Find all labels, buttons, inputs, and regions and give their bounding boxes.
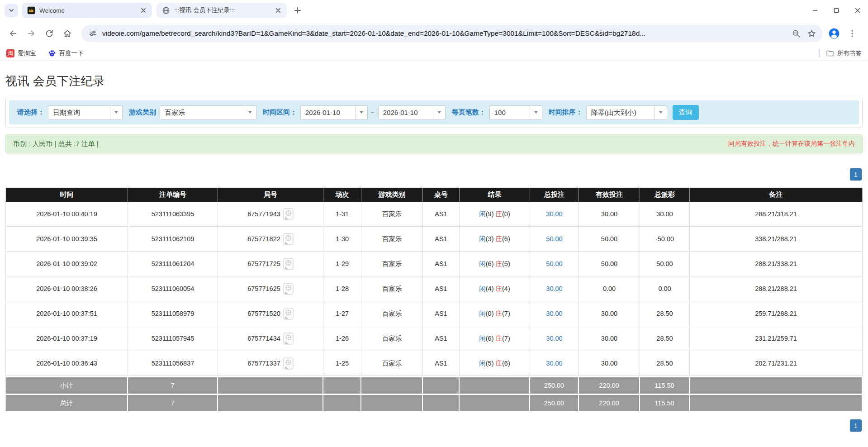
- date-range-label: 时间区间：: [263, 108, 297, 117]
- tab-welcome[interactable]: Welcome: [22, 3, 152, 18]
- chevron-down-icon[interactable]: [433, 106, 445, 119]
- address-bar[interactable]: videoie.com/game/betrecord_search/kind3?…: [81, 25, 823, 42]
- refresh-button[interactable]: [42, 26, 57, 41]
- total-payout: 30.00: [640, 202, 690, 227]
- page-title: 视讯 会员下注纪录: [5, 73, 868, 89]
- table-number: AS1: [423, 202, 460, 227]
- summary-row: 小计 7 250.00 220.00 115.50: [6, 376, 863, 394]
- result-cell: 闲(0) 庄(7): [460, 301, 530, 326]
- total-payout: 28.50: [640, 326, 690, 351]
- forward-button[interactable]: [24, 26, 39, 41]
- close-icon[interactable]: [847, 0, 868, 21]
- sort-select[interactable]: 降幂(由大到小): [586, 105, 667, 120]
- select-mode-label: 请选择：: [17, 108, 44, 117]
- bookmarks-bar: 淘 爱淘宝 du 百度一下 所有书签: [0, 46, 868, 61]
- round-number: 675771943: [247, 210, 280, 218]
- balance-note: 338.21/288.21: [690, 227, 863, 252]
- bet-id: 523111057945: [128, 326, 218, 351]
- table-header-row: 时间注单编号局号场次游戏类别桌号结果总投注有效投注总派彩备注: [6, 188, 863, 202]
- zoom-out-icon[interactable]: [791, 29, 801, 38]
- player-result: 闲: [479, 260, 486, 267]
- svg-text:du: du: [51, 53, 53, 56]
- page-1-button[interactable]: 1: [850, 168, 862, 181]
- table-row: 2026-01-10 00:39:35 523111062109 6757718…: [6, 227, 863, 252]
- round-cell: 675771725: [218, 252, 323, 276]
- site-settings-icon[interactable]: [88, 29, 98, 38]
- date-start-input[interactable]: 2026-01-10: [300, 105, 368, 120]
- bet-id: 523111060054: [128, 276, 218, 301]
- menu-kebab-icon[interactable]: [844, 26, 860, 41]
- date-end-input[interactable]: 2026-01-10: [378, 105, 446, 120]
- total-bet-link[interactable]: 50.00: [546, 235, 562, 243]
- round-number: 675771337: [247, 360, 280, 367]
- total-payout: 28.50: [640, 351, 690, 376]
- page-size-select[interactable]: 100: [489, 105, 542, 120]
- player-result: 闲: [479, 335, 486, 342]
- page-content: 视讯 会员下注纪录 请选择： 日期查询 游戏类别 百家乐 时间区间： 2026-…: [0, 73, 868, 432]
- video-replay-icon[interactable]: [283, 283, 294, 295]
- video-replay-icon[interactable]: [283, 233, 294, 245]
- game-kind: 百家乐: [361, 227, 423, 252]
- table-number: AS1: [423, 301, 460, 326]
- video-replay-icon[interactable]: [283, 333, 294, 345]
- search-button[interactable]: 查询: [673, 105, 699, 120]
- game-kind-select[interactable]: 百家乐: [160, 105, 256, 120]
- new-tab-button[interactable]: [291, 4, 304, 17]
- all-bookmarks-button[interactable]: 所有书签: [826, 49, 862, 57]
- page-1-button[interactable]: 1: [850, 419, 862, 432]
- table-header-cell: 总派彩: [640, 188, 690, 202]
- minimize-icon[interactable]: [804, 0, 825, 21]
- tab-close-icon[interactable]: [274, 6, 282, 14]
- table-row: 2026-01-10 00:40:19 523111063395 6757719…: [6, 202, 863, 227]
- video-replay-icon[interactable]: [283, 308, 294, 320]
- total-bet-link[interactable]: 30.00: [546, 360, 562, 367]
- game-kind: 百家乐: [361, 202, 423, 227]
- banker-result: 庄: [496, 235, 503, 243]
- tab-strip: Welcome :::视讯 会员下注纪录:::: [0, 0, 868, 21]
- home-button[interactable]: [60, 26, 75, 41]
- chevron-down-icon[interactable]: [530, 106, 542, 119]
- player-result: 闲: [479, 310, 486, 317]
- video-replay-icon[interactable]: [283, 208, 294, 220]
- chevron-down-icon[interactable]: [655, 106, 667, 119]
- chevron-down-icon[interactable]: [244, 106, 256, 119]
- total-bet-link[interactable]: 30.00: [546, 335, 562, 342]
- balance-note: 231.21/259.71: [690, 326, 863, 351]
- query-mode-select[interactable]: 日期查询: [48, 105, 123, 120]
- summary-valid-bet: 220.00: [579, 394, 640, 411]
- table-header-cell: 游戏类别: [361, 188, 423, 202]
- back-button[interactable]: [5, 26, 21, 41]
- session-number: 1-30: [323, 227, 361, 252]
- chevron-down-icon[interactable]: [110, 106, 122, 119]
- bookmark-baidu[interactable]: du 百度一下: [48, 49, 84, 57]
- total-bet-link[interactable]: 30.00: [546, 210, 562, 218]
- baidu-paw-icon: du: [48, 49, 56, 57]
- window-controls: [804, 0, 868, 21]
- table-row: 2026-01-10 00:37:51 523111058979 6757715…: [6, 301, 863, 326]
- video-replay-icon[interactable]: [283, 357, 294, 370]
- maximize-icon[interactable]: [825, 0, 847, 21]
- round-cell: 675771337: [218, 351, 323, 376]
- session-number: 1-25: [323, 351, 361, 376]
- bet-time: 2026-01-10 00:38:26: [6, 276, 128, 301]
- bookmark-star-icon[interactable]: [806, 29, 816, 38]
- bookmark-taobao[interactable]: 淘 爱淘宝: [6, 49, 36, 57]
- banker-result: 庄: [496, 210, 503, 218]
- summary-bar: 币别 : 人民币 | 总共 :7 注单 | 同局有效投注，统一计算在该局第一张注…: [5, 134, 863, 153]
- summary-label: 小计: [6, 376, 128, 394]
- video-replay-icon[interactable]: [283, 258, 294, 270]
- url-text[interactable]: videoie.com/game/betrecord_search/kind3?…: [102, 29, 786, 38]
- total-bet-link[interactable]: 30.00: [546, 310, 562, 317]
- bet-id: 523111056837: [128, 351, 218, 376]
- total-bet-link[interactable]: 30.00: [546, 285, 562, 292]
- total-bet-link[interactable]: 50.00: [546, 260, 562, 267]
- profile-avatar[interactable]: [826, 26, 842, 41]
- tab-close-icon[interactable]: [139, 6, 147, 14]
- chevron-down-icon[interactable]: [355, 106, 367, 119]
- tab-search-button[interactable]: [5, 4, 18, 17]
- summary-total-bet: 250.00: [530, 394, 579, 411]
- bet-id: 523111058979: [128, 301, 218, 326]
- tab-bet-record[interactable]: :::视讯 会员下注纪录:::: [157, 3, 287, 18]
- round-number: 675771520: [247, 310, 280, 317]
- globe-icon: [162, 6, 170, 14]
